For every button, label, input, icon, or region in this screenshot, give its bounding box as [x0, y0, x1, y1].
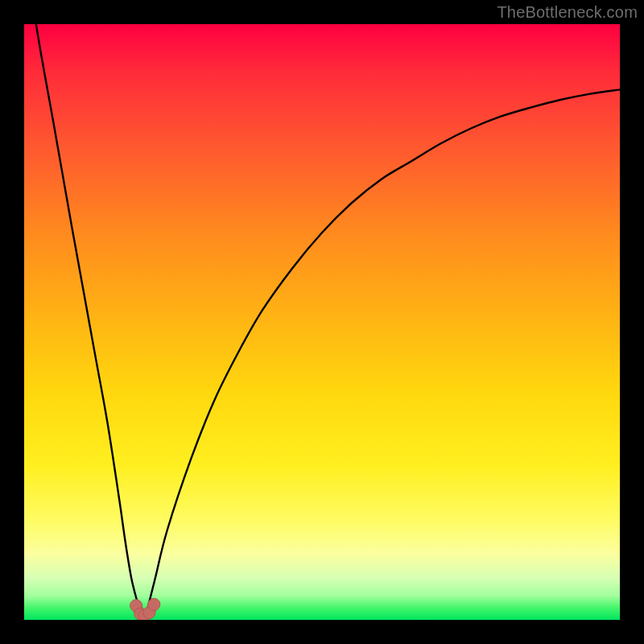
plot-area: [24, 24, 620, 620]
watermark-text: TheBottleneck.com: [497, 3, 638, 22]
optimum-markers: [130, 598, 160, 620]
chart-frame: TheBottleneck.com: [0, 0, 644, 644]
optimum-marker-dot: [148, 598, 160, 610]
bottleneck-curve: [24, 24, 620, 615]
curve-layer: [24, 24, 620, 620]
